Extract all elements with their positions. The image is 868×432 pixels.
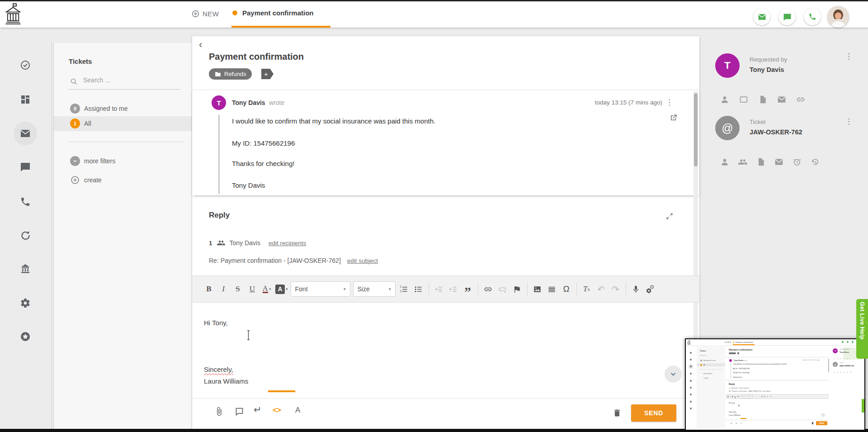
bullet-list-button[interactable] — [413, 282, 425, 296]
create-filter-button[interactable]: create — [54, 173, 192, 188]
background-color-button[interactable]: A▾ — [275, 282, 288, 296]
discard-draft-icon[interactable] — [613, 408, 622, 418]
rail-automation-icon[interactable] — [20, 230, 31, 241]
pip-sig1: Sincerely, — [729, 411, 736, 413]
email-icon[interactable] — [777, 95, 786, 104]
screen-share-pip-window[interactable]: ⊕ NEW Payment confirmation Tickets Searc… — [685, 338, 865, 431]
pip-filter-assigned: Assigned to me — [703, 359, 724, 361]
rail-dashboard-icon[interactable] — [20, 94, 31, 105]
font-size-select[interactable]: Size▾ — [353, 281, 396, 297]
filter-all[interactable]: 1 All — [54, 116, 192, 131]
remove-format-button[interactable]: Tx — [581, 282, 593, 296]
blockquote-button[interactable]: ” — [462, 280, 474, 299]
special-char-button[interactable]: Ω — [561, 282, 572, 296]
new-email-button[interactable] — [753, 8, 770, 25]
live-help-tab[interactable]: Get Live Help — [856, 299, 868, 359]
note-icon[interactable] — [756, 157, 765, 166]
horizontal-rule-button[interactable] — [546, 282, 558, 296]
scrollbar-thumb[interactable] — [694, 93, 698, 166]
source-code-toggle[interactable]: <> — [273, 406, 281, 415]
unlink-button[interactable] — [497, 282, 509, 296]
company-logo-icon[interactable] — [4, 2, 23, 26]
tab-new-ticket[interactable]: NEW — [192, 0, 219, 28]
new-chat-button[interactable] — [778, 8, 796, 25]
ticket-source-burst-icon — [231, 9, 238, 16]
kebab-menu-icon[interactable]: ⋮ — [845, 117, 853, 126]
tag-refunds[interactable]: Refunds — [209, 68, 252, 80]
italic-button[interactable]: I — [217, 282, 229, 296]
search-icon — [70, 78, 78, 85]
subject-row: Re: Payment confirmation - [JAW-OSKER-76… — [209, 257, 378, 264]
internal-note-icon[interactable] — [235, 407, 244, 416]
return-arrow-icon[interactable]: ↵ — [254, 404, 262, 415]
rail-star-icon[interactable] — [20, 331, 31, 342]
indent-button[interactable] — [448, 282, 459, 296]
link-icon[interactable] — [796, 95, 805, 104]
rail-calls-icon[interactable] — [20, 196, 31, 207]
rail-bank-icon[interactable] — [20, 263, 31, 274]
contact-icon[interactable] — [720, 95, 729, 104]
ordered-list-button[interactable]: 12 — [398, 282, 410, 296]
note-icon[interactable] — [758, 95, 767, 104]
history-icon[interactable] — [811, 157, 820, 166]
kebab-menu-icon[interactable]: ⋮ — [845, 52, 853, 61]
spellcheck-settings-button[interactable] — [645, 282, 656, 296]
rail-tickets-icon[interactable] — [20, 128, 31, 139]
expand-icon[interactable] — [665, 212, 674, 221]
insert-link-button[interactable] — [482, 282, 494, 296]
insert-image-button[interactable] — [532, 282, 543, 296]
font-family-select[interactable]: Font▾ — [291, 281, 350, 297]
plus-circle-icon — [192, 10, 199, 18]
strikethrough-button[interactable]: S — [232, 282, 244, 296]
text-color-button[interactable]: A▾ — [261, 282, 273, 296]
reply-body-greeting[interactable]: Hi Tony, — [204, 319, 228, 327]
rail-settings-icon[interactable] — [20, 298, 31, 309]
add-tag-button[interactable]: + — [261, 69, 274, 79]
card-icon[interactable] — [739, 95, 748, 104]
send-button[interactable]: SEND — [631, 404, 676, 422]
anchor-flag-button[interactable] — [511, 282, 523, 296]
reminder-icon[interactable] — [793, 157, 802, 166]
back-button[interactable]: ‹ — [199, 40, 202, 50]
agent-photo — [827, 6, 849, 28]
pip-burst-icon — [733, 342, 734, 343]
more-filters-button[interactable]: more filters — [54, 154, 192, 169]
plain-text-toggle[interactable]: A — [295, 406, 300, 415]
pip-subject: Re: Payment confirmation - [JAW-OSKER-76… — [729, 390, 771, 392]
group-icon[interactable] — [738, 157, 747, 166]
attach-file-icon[interactable] — [214, 407, 224, 416]
outdent-button[interactable] — [433, 282, 445, 296]
tickets-panel-title: Tickets — [69, 57, 92, 65]
rail-tasks-icon[interactable] — [20, 60, 31, 71]
email-icon[interactable] — [774, 157, 783, 166]
bold-button[interactable]: B — [203, 282, 215, 296]
contact-icon[interactable] — [720, 157, 729, 166]
reply-signature-line1[interactable]: Sincerely, — [204, 366, 233, 373]
ticket-label: Ticket — [750, 119, 766, 125]
edit-recipients-link[interactable]: edit recipients — [269, 240, 306, 247]
agent-avatar[interactable] — [827, 6, 849, 28]
pip-top-bar — [686, 339, 864, 346]
redo-button[interactable]: ↷ — [610, 282, 622, 296]
email-icon — [758, 13, 766, 21]
open-in-new-icon[interactable] — [669, 114, 678, 122]
reply-signature-line2[interactable]: Laura Williams — [204, 377, 248, 385]
new-call-button[interactable] — [804, 8, 821, 25]
undo-button[interactable]: ↶ — [595, 282, 607, 296]
reply-footer-bar: ↵ <> A SEND — [192, 398, 699, 430]
customer-avatar: T — [212, 95, 226, 110]
edit-subject-link[interactable]: edit subject — [347, 257, 378, 264]
collapse-reply-button[interactable] — [665, 366, 682, 383]
ticket-code: JAW-OSKER-762 — [750, 128, 802, 136]
kebab-menu-icon[interactable]: ⋮ — [665, 98, 673, 107]
screen-top-border — [0, 0, 868, 1]
search-input[interactable] — [82, 76, 179, 84]
filter-assigned-to-me[interactable]: 0 Assigned to me — [54, 101, 192, 116]
toolbar-separator — [527, 283, 528, 295]
dictation-mic-button[interactable] — [630, 282, 642, 296]
underline-button[interactable]: U — [246, 282, 258, 296]
pip-quote-line — [731, 363, 731, 379]
pip-rail-dot — [690, 359, 692, 361]
tab-payment-confirmation[interactable]: Payment confirmation — [231, 0, 314, 26]
rail-chats-icon[interactable] — [20, 161, 31, 172]
